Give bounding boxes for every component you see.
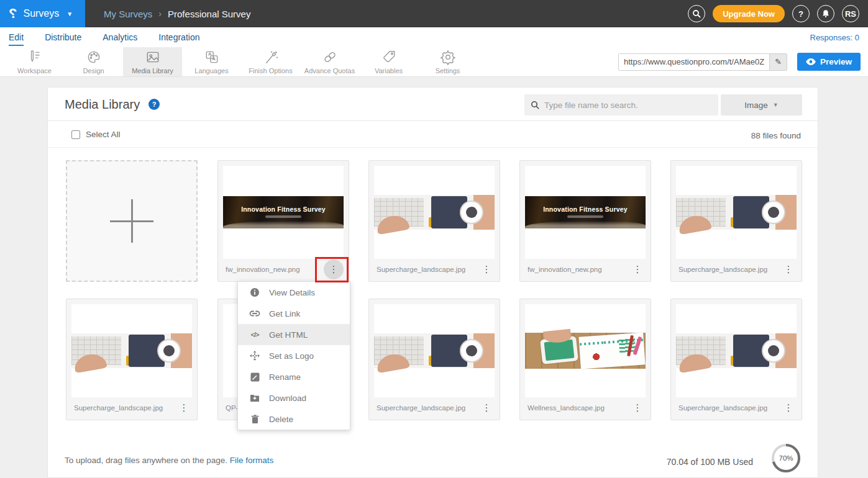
toolbar-item-finish-options[interactable]: Finish Options bbox=[241, 47, 300, 76]
media-file-tile[interactable]: Innovation Fitness Surveyfw_innovation_n… bbox=[217, 160, 349, 282]
thumbnail-wellness-photo bbox=[525, 304, 646, 397]
thumbnail-innovation-banner: Innovation Fitness Survey bbox=[525, 166, 646, 259]
variables-icon bbox=[381, 49, 397, 65]
menu-item-view-details[interactable]: View Details bbox=[238, 282, 350, 303]
settings-icon bbox=[440, 49, 456, 65]
media-library-icon bbox=[145, 49, 161, 65]
file-options-button[interactable]: ⋮ bbox=[478, 261, 495, 277]
tab-distribute[interactable]: Distribute bbox=[45, 29, 81, 46]
toolbar-item-design[interactable]: Design bbox=[64, 47, 123, 76]
file-context-menu: View DetailsGet Link</>Get HTMLSet as Lo… bbox=[237, 281, 350, 430]
media-file-tile[interactable]: Supercharge_landscape.jpg⋮ bbox=[670, 160, 802, 282]
media-library-panel: Media Library ? Image ▼ Select All 88 fi… bbox=[47, 87, 818, 478]
upgrade-now-button[interactable]: Upgrade Now bbox=[713, 5, 785, 22]
menu-item-get-html[interactable]: </>Get HTML bbox=[238, 324, 350, 345]
media-grid: Innovation Fitness Surveyfw_innovation_n… bbox=[48, 88, 819, 478]
media-file-tile[interactable]: Supercharge_landscape.jpg⋮ bbox=[368, 160, 500, 282]
file-name: Supercharge_landscape.jpg bbox=[74, 404, 176, 412]
surveys-product-menu[interactable]: ? Surveys ▼ bbox=[0, 0, 85, 27]
survey-url-input[interactable] bbox=[619, 54, 769, 70]
file-formats-link[interactable]: File formats bbox=[230, 456, 274, 465]
breadcrumb-current-survey: Professional Survey bbox=[168, 9, 250, 19]
global-search-button[interactable] bbox=[688, 5, 705, 22]
file-options-button[interactable]: ⋮ bbox=[629, 400, 646, 416]
help-button[interactable]: ? bbox=[792, 5, 810, 22]
top-bar: ? Surveys ▼ My Surveys › Professional Su… bbox=[0, 0, 868, 27]
languages-icon bbox=[204, 49, 220, 65]
tab-integration[interactable]: Integration bbox=[158, 29, 199, 46]
toolbar-item-languages[interactable]: Languages bbox=[182, 47, 241, 76]
media-file-tile[interactable]: Innovation Fitness Surveyfw_innovation_n… bbox=[519, 160, 651, 282]
file-options-button[interactable]: ⋮ bbox=[478, 400, 495, 416]
menu-item-delete[interactable]: Delete bbox=[238, 408, 350, 430]
menu-item-download[interactable]: Download bbox=[238, 387, 350, 408]
file-name: Supercharge_landscape.jpg bbox=[377, 266, 478, 273]
avatar[interactable]: RS bbox=[842, 5, 859, 22]
menu-item-set-as-logo[interactable]: Set as Logo bbox=[238, 345, 350, 366]
menu-item-get-link[interactable]: Get Link bbox=[238, 303, 350, 324]
preview-button[interactable]: Preview bbox=[797, 53, 861, 71]
eye-icon bbox=[806, 58, 816, 65]
workspace-icon bbox=[27, 49, 43, 65]
breadcrumb-separator-icon: › bbox=[158, 9, 162, 19]
tab-analytics[interactable]: Analytics bbox=[103, 29, 137, 46]
thumbnail-supercharge-photo bbox=[676, 304, 797, 397]
file-name: Wellness_landscape.jpg bbox=[528, 404, 629, 412]
file-options-button[interactable]: ⋮ bbox=[176, 400, 192, 416]
notifications-button[interactable] bbox=[817, 5, 834, 22]
chevron-down-icon: ▼ bbox=[66, 11, 73, 17]
storage-progress-ring: 70% bbox=[770, 443, 802, 474]
finish-options-icon bbox=[263, 49, 279, 65]
file-options-button[interactable]: ⋮ bbox=[780, 261, 797, 277]
delete-icon bbox=[249, 415, 260, 424]
thumbnail-supercharge-photo bbox=[374, 304, 495, 397]
bell-icon bbox=[821, 9, 830, 18]
download-icon bbox=[249, 394, 260, 402]
file-options-button[interactable]: ⋮ bbox=[324, 259, 344, 279]
edit-toolbar: Workspace Design Media Library Languages… bbox=[0, 47, 868, 77]
toolbar-item-media-library[interactable]: Media Library bbox=[123, 47, 182, 76]
thumbnail-supercharge-photo bbox=[71, 304, 192, 397]
file-options-button[interactable]: ⋮ bbox=[780, 400, 797, 416]
upload-file-tile[interactable] bbox=[66, 160, 198, 282]
info-icon bbox=[249, 287, 260, 297]
responses-count[interactable]: Responses: 0 bbox=[810, 33, 868, 42]
move-icon bbox=[249, 351, 260, 361]
menu-item-rename[interactable]: Rename bbox=[238, 366, 350, 387]
media-file-tile[interactable]: Supercharge_landscape.jpg⋮ bbox=[368, 299, 500, 420]
product-name: Surveys bbox=[23, 8, 59, 19]
storage-used-text: 70.04 of 100 MB Used bbox=[667, 457, 753, 467]
advance-quotas-icon bbox=[322, 49, 338, 65]
media-library-page: ? Surveys ▼ My Surveys › Professional Su… bbox=[0, 0, 868, 478]
code-icon: </> bbox=[249, 331, 260, 338]
thumbnail-supercharge-photo bbox=[676, 166, 797, 259]
file-name: fw_innovation_new.png bbox=[226, 266, 324, 273]
file-name: Supercharge_landscape.jpg bbox=[678, 266, 780, 273]
file-options-button[interactable]: ⋮ bbox=[629, 261, 646, 277]
survey-nav: Edit Distribute Analytics Integration Re… bbox=[0, 27, 868, 47]
plus-icon bbox=[110, 199, 153, 243]
toolbar-item-workspace[interactable]: Workspace bbox=[5, 47, 64, 76]
file-name: fw_innovation_new.png bbox=[528, 266, 629, 273]
media-file-tile[interactable]: Supercharge_landscape.jpg⋮ bbox=[66, 299, 198, 420]
tab-edit[interactable]: Edit bbox=[9, 29, 24, 46]
upload-hint: To upload, drag files anywhere on the pa… bbox=[65, 456, 273, 465]
file-name: Supercharge_landscape.jpg bbox=[678, 404, 780, 412]
toolbar-item-variables[interactable]: Variables bbox=[359, 47, 418, 76]
rename-icon bbox=[249, 372, 260, 382]
thumbnail-supercharge-photo bbox=[374, 166, 495, 259]
edit-url-button[interactable]: ✎ bbox=[769, 54, 787, 70]
breadcrumb: My Surveys › Professional Survey bbox=[104, 9, 250, 19]
design-icon bbox=[86, 49, 102, 65]
survey-url-box: ✎ bbox=[618, 53, 787, 71]
toolbar-item-advance-quotas[interactable]: Advance Quotas bbox=[300, 47, 359, 76]
search-icon bbox=[692, 9, 701, 18]
top-right-actions: Upgrade Now ? RS bbox=[688, 5, 868, 22]
media-file-tile[interactable]: Wellness_landscape.jpg⋮ bbox=[519, 299, 651, 420]
file-name: Supercharge_landscape.jpg bbox=[377, 404, 478, 412]
toolbar-item-settings[interactable]: Settings bbox=[418, 47, 477, 76]
media-file-tile[interactable]: Supercharge_landscape.jpg⋮ bbox=[670, 299, 802, 420]
breadcrumb-my-surveys[interactable]: My Surveys bbox=[104, 9, 152, 19]
thumbnail-innovation-banner: Innovation Fitness Survey bbox=[223, 166, 344, 259]
pencil-icon: ✎ bbox=[775, 57, 782, 66]
